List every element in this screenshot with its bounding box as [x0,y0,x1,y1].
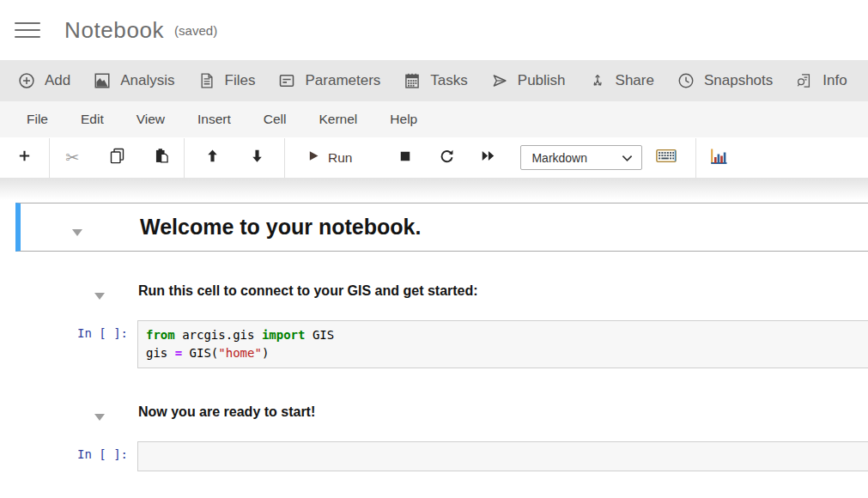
cell-toolbar: ✂ Run Markdown [0,137,868,178]
snapshots-button[interactable]: Snapshots [677,72,773,89]
parameters-button[interactable]: Parameters [278,72,380,89]
run-all-button[interactable] [467,148,508,167]
parameters-icon [278,72,295,89]
scissors-icon: ✂ [65,148,79,167]
toolbar-divider [184,138,185,178]
copy-cell-button[interactable] [94,147,139,168]
cut-cell-button[interactable]: ✂ [50,148,94,167]
share-icon [589,72,606,89]
save-status: (saved) [174,23,217,38]
app-header: Notebook (saved) [0,0,868,60]
hamburger-menu-icon[interactable] [15,17,40,43]
chevron-down-icon [622,151,633,165]
input-prompt: In [ ]: [0,441,137,471]
cell-heading: Run this cell to connect to your GIS and… [138,283,478,299]
snapshots-icon [677,72,695,89]
command-palette-button[interactable] [653,149,680,167]
restart-icon [439,148,455,167]
ribbon-toolbar: Add Analysis Files Parameters Tasks Publ… [0,60,868,101]
add-button[interactable]: Add [18,72,70,89]
share-button[interactable]: Share [589,72,654,89]
run-icon [307,149,320,166]
toolbar-shadow [0,178,868,200]
markdown-cell-welcome[interactable]: Welcome to your notebook. [15,203,868,252]
add-icon [18,72,35,89]
toolbar-divider [695,138,696,178]
notebook-content: Welcome to your notebook. Run this cell … [0,178,868,471]
cell-type-select[interactable]: Markdown [520,145,642,170]
paste-icon [153,147,171,168]
code-line: from arcgis.gis import GIS [146,326,868,344]
charts-button[interactable] [707,147,731,169]
menu-file[interactable]: File [27,112,48,127]
tasks-button[interactable]: Tasks [404,72,467,89]
bar-chart-icon [709,147,728,169]
tasks-icon [404,72,421,89]
menu-help[interactable]: Help [390,112,417,127]
info-button[interactable]: Info [796,72,847,89]
stop-icon [398,149,413,167]
collapse-arrow-icon[interactable] [94,409,105,416]
page-title: Notebook [64,17,164,44]
code-input-area[interactable]: from arcgis.gis import GIS gis = GIS("ho… [137,320,868,368]
menu-view[interactable]: View [137,112,165,127]
cell-heading: Welcome to your notebook. [140,215,421,240]
analysis-button[interactable]: Analysis [94,72,174,89]
menu-insert[interactable]: Insert [197,112,231,127]
code-line [146,447,868,465]
fast-forward-icon [480,148,496,167]
restart-kernel-button[interactable] [426,148,467,167]
plus-icon [17,149,32,167]
stop-button[interactable] [385,149,426,167]
code-cell-empty: In [ ]: [0,441,868,471]
collapse-arrow-icon[interactable] [94,288,105,295]
input-prompt: In [ ]: [0,320,137,368]
keyboard-icon [656,149,677,167]
arrow-down-icon [249,148,265,167]
collapse-arrow-icon[interactable] [72,224,82,231]
code-input-area[interactable] [137,441,868,471]
move-cell-up-button[interactable] [190,148,234,167]
markdown-cell-connect[interactable]: Run this cell to connect to your GIS and… [15,283,868,299]
add-cell-button[interactable] [0,149,49,167]
arrow-up-icon [204,148,221,167]
analysis-icon [94,72,111,89]
code-line: gis = GIS("home") [146,344,868,362]
publish-icon [491,72,508,89]
menu-cell[interactable]: Cell [264,112,287,127]
move-cell-down-button[interactable] [234,148,279,167]
code-cell-gis: In [ ]: from arcgis.gis import GIS gis =… [0,320,868,368]
markdown-cell-ready[interactable]: Now you are ready to start! [15,404,868,420]
files-button[interactable]: Files [198,72,256,89]
files-icon [198,72,215,89]
notebook-menubar: File Edit View Insert Cell Kernel Help [0,101,868,137]
menu-edit[interactable]: Edit [81,112,104,127]
run-button[interactable]: Run [285,149,374,166]
menu-kernel[interactable]: Kernel [319,112,358,127]
copy-icon [108,147,126,168]
cell-heading: Now you are ready to start! [138,404,315,420]
publish-button[interactable]: Publish [491,72,566,89]
info-icon [796,72,813,89]
paste-cell-button[interactable] [139,147,184,168]
